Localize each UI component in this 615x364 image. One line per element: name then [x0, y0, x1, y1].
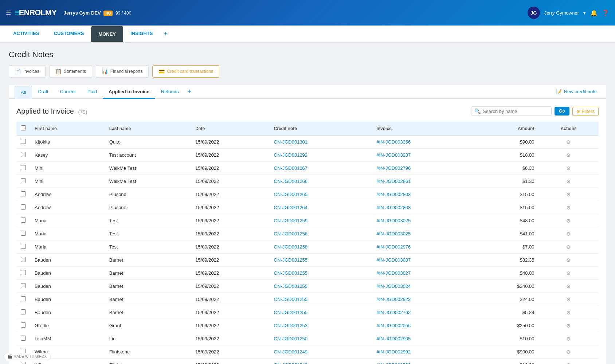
row-actions-gear-icon[interactable]: ⚙: [566, 218, 571, 224]
row-actions-gear-icon[interactable]: ⚙: [566, 139, 571, 145]
credit-note-link[interactable]: CN-JGD001255: [274, 310, 308, 315]
invoice-link[interactable]: #IN-JGD002803: [376, 205, 411, 210]
nav-money[interactable]: MONEY: [91, 26, 123, 42]
tab-draft[interactable]: Draft: [32, 85, 54, 99]
statements-button[interactable]: 📋 Statements: [49, 65, 92, 78]
row-actions-gear-icon[interactable]: ⚙: [566, 283, 571, 289]
invoices-button[interactable]: 📄 Invoices: [9, 65, 46, 78]
invoice-link[interactable]: #IN-JGD003025: [376, 231, 411, 236]
tab-paid[interactable]: Paid: [82, 85, 103, 99]
credit-note-link[interactable]: CN-JGD001258: [274, 231, 308, 236]
credit-note-link[interactable]: CN-JGD001258: [274, 244, 308, 250]
invoice-link[interactable]: #IN-JGD002922: [376, 297, 411, 302]
row-checkbox[interactable]: [21, 152, 26, 157]
credit-note-link[interactable]: CN-JGD001264: [274, 205, 308, 210]
tab-current[interactable]: Current: [54, 85, 82, 99]
invoice-link[interactable]: #IN-JGD003287: [376, 152, 411, 158]
cell-first-name: Bauden: [30, 306, 105, 319]
row-actions-gear-icon[interactable]: ⚙: [566, 270, 571, 276]
row-checkbox[interactable]: [21, 139, 26, 144]
row-checkbox[interactable]: [21, 270, 26, 275]
row-checkbox[interactable]: [21, 322, 26, 328]
financial-reports-button[interactable]: 📊 Financial reports: [96, 65, 149, 78]
table-row: LisaMM Lin 15/09/2022 CN-JGD001250 #IN-J…: [16, 332, 599, 345]
credit-note-link[interactable]: CN-JGD001301: [274, 139, 308, 145]
invoice-link[interactable]: #IN-JGD003024: [376, 283, 411, 289]
row-checkbox[interactable]: [21, 204, 26, 210]
credit-note-link[interactable]: CN-JGD001249: [274, 349, 308, 355]
row-actions-gear-icon[interactable]: ⚙: [566, 244, 571, 250]
row-checkbox[interactable]: [21, 257, 26, 262]
credit-note-link[interactable]: CN-JGD001255: [274, 283, 308, 289]
row-actions-gear-icon[interactable]: ⚙: [566, 179, 571, 184]
invoice-link[interactable]: #IN-JGD002762: [376, 310, 411, 315]
row-actions-gear-icon[interactable]: ⚙: [566, 192, 571, 197]
invoice-link[interactable]: #IN-JGD002905: [376, 336, 411, 341]
row-actions-gear-icon[interactable]: ⚙: [566, 297, 571, 302]
credit-note-link[interactable]: CN-JGD001265: [274, 192, 308, 197]
row-checkbox[interactable]: [21, 296, 26, 301]
row-actions-gear-icon[interactable]: ⚙: [566, 231, 571, 237]
row-checkbox[interactable]: [21, 309, 26, 314]
credit-note-link[interactable]: CN-JGD001255: [274, 297, 308, 302]
credit-note-link[interactable]: CN-JGD001292: [274, 152, 308, 158]
row-checkbox[interactable]: [21, 178, 26, 183]
row-actions-gear-icon[interactable]: ⚙: [566, 362, 571, 364]
credit-card-transactions-button[interactable]: 💳 Credit card transactions: [152, 65, 219, 78]
row-checkbox[interactable]: [21, 191, 26, 196]
invoice-link[interactable]: #IN-JGD002708: [376, 362, 411, 364]
row-checkbox[interactable]: [21, 218, 26, 223]
row-actions-gear-icon[interactable]: ⚙: [566, 310, 571, 316]
row-actions-gear-icon[interactable]: ⚙: [566, 152, 571, 158]
credit-note-link[interactable]: CN-JGD001249: [274, 362, 308, 364]
nav-insights[interactable]: INSIGHTS: [123, 26, 160, 42]
row-actions-gear-icon[interactable]: ⚙: [566, 257, 571, 263]
cell-credit-note: CN-JGD001255: [270, 280, 372, 293]
invoice-link[interactable]: #IN-JGD002976: [376, 244, 411, 250]
credit-note-link[interactable]: CN-JGD001255: [274, 270, 308, 276]
notifications-icon[interactable]: 🔔: [590, 9, 598, 16]
row-checkbox[interactable]: [21, 336, 26, 341]
search-input[interactable]: [483, 109, 548, 114]
user-name[interactable]: Jerry Gymowner: [544, 10, 579, 16]
invoice-link[interactable]: #IN-JGD003087: [376, 257, 411, 263]
invoice-link[interactable]: #IN-JGD002056: [376, 323, 411, 328]
credit-note-link[interactable]: CN-JGD001250: [274, 336, 308, 341]
row-checkbox[interactable]: [21, 362, 26, 364]
nav-activities[interactable]: ACTIVITIES: [6, 26, 47, 42]
nav-customers[interactable]: CUSTOMERS: [47, 26, 91, 42]
hamburger-icon[interactable]: ☰: [6, 9, 11, 16]
select-all-checkbox[interactable]: [21, 125, 26, 130]
nav-add-icon[interactable]: +: [160, 27, 171, 42]
invoice-link[interactable]: #IN-JGD002861: [376, 179, 411, 184]
help-icon[interactable]: ❓: [602, 9, 609, 16]
tab-all[interactable]: All: [15, 86, 32, 99]
filters-button[interactable]: ⊕ Filters: [572, 107, 599, 116]
row-checkbox[interactable]: [21, 165, 26, 170]
invoice-link[interactable]: #IN-JGD002992: [376, 349, 411, 355]
new-credit-note-button[interactable]: 📝 New credit note: [552, 87, 600, 97]
tab-applied-to-invoice[interactable]: Applied to Invoice: [103, 85, 155, 99]
invoice-link[interactable]: #IN-JGD002796: [376, 165, 411, 171]
credit-note-link[interactable]: CN-JGD001266: [274, 179, 308, 184]
row-checkbox[interactable]: [21, 283, 26, 288]
tab-refunds[interactable]: Refunds: [155, 85, 184, 99]
row-checkbox[interactable]: [21, 231, 26, 236]
invoice-link[interactable]: #IN-JGD002803: [376, 192, 411, 197]
credit-note-link[interactable]: CN-JGD001259: [274, 218, 308, 223]
avatar[interactable]: JG: [528, 7, 540, 19]
credit-note-link[interactable]: CN-JGD001253: [274, 323, 308, 328]
row-checkbox[interactable]: [21, 244, 26, 249]
row-actions-gear-icon[interactable]: ⚙: [566, 205, 571, 211]
invoice-link[interactable]: #IN-JGD003025: [376, 218, 411, 223]
row-actions-gear-icon[interactable]: ⚙: [566, 165, 571, 171]
credit-note-link[interactable]: CN-JGD001255: [274, 257, 308, 263]
row-actions-gear-icon[interactable]: ⚙: [566, 349, 571, 355]
tab-add-icon[interactable]: +: [184, 85, 194, 98]
invoice-link[interactable]: #IN-JGD003356: [376, 139, 411, 145]
invoice-link[interactable]: #IN-JGD003027: [376, 270, 411, 276]
row-actions-gear-icon[interactable]: ⚙: [566, 323, 571, 329]
go-button[interactable]: Go: [555, 107, 569, 116]
credit-note-link[interactable]: CN-JGD001267: [274, 165, 308, 171]
row-actions-gear-icon[interactable]: ⚙: [566, 336, 571, 342]
